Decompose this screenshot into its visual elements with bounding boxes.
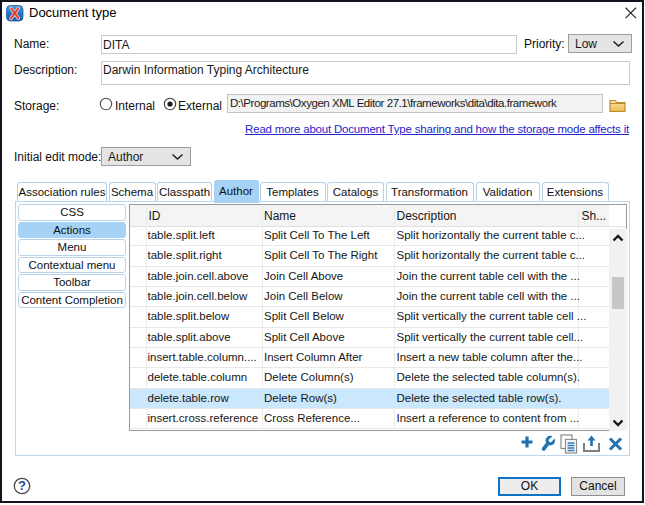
svg-text:?: ? bbox=[18, 478, 26, 493]
